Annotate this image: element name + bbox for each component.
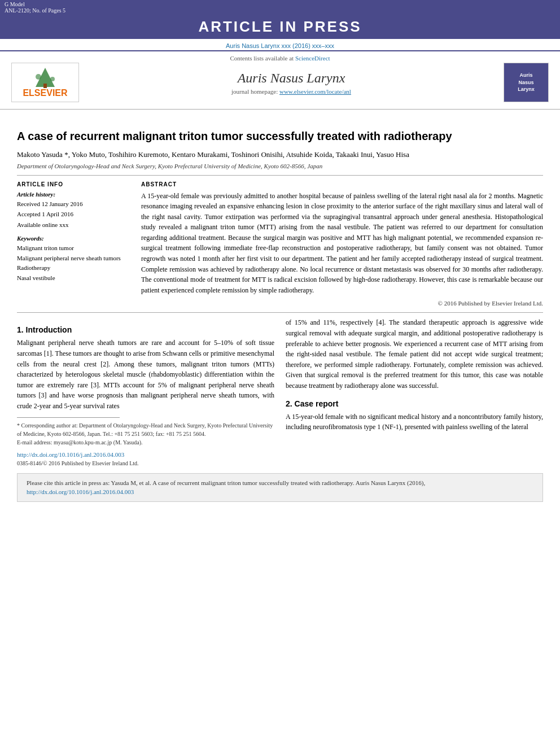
elsevier-wordmark: ELSEVIER xyxy=(23,88,67,98)
article-info-heading: ARTICLE INFO xyxy=(17,181,130,187)
copyright-notice: © 2016 Published by Elsevier Ireland Ltd… xyxy=(141,300,543,307)
body-section: 1. Introduction Malignant peripheral ner… xyxy=(17,317,543,467)
abstract-heading: ABSTRACT xyxy=(141,181,543,187)
doi-link-1[interactable]: http://dx.doi.org/10.1016/j.anl.2016.04.… xyxy=(17,451,274,458)
elsevier-tree-svg xyxy=(30,67,61,88)
svg-point-3 xyxy=(36,74,41,80)
abstract-col: ABSTRACT A 15-year-old female was previo… xyxy=(141,181,543,307)
journal-id-line: Auris Nasus Larynx xxx (2016) xxx–xxx xyxy=(0,39,560,50)
intro-title: 1. Introduction xyxy=(17,325,274,334)
keyword-2: Malignant peripheral nerve sheath tumors xyxy=(17,254,130,264)
homepage-label: journal homepage: www.elsevier.com/locat… xyxy=(79,88,504,95)
svg-point-4 xyxy=(50,77,55,81)
article-number: ANL-2120; No. of Pages 5 xyxy=(5,7,65,14)
contents-line: Contents lists available at ScienceDirec… xyxy=(11,55,549,62)
abstract-divider xyxy=(17,312,543,313)
footnote-corresponding: * Corresponding author at: Department of… xyxy=(17,421,274,438)
info-abstract-section: ARTICLE INFO Article history: Received 1… xyxy=(17,181,543,307)
case-report-text: A 15-year-old female with no significant… xyxy=(286,412,543,433)
journal-cover-thumbnail: Auris Nasus Larynx xyxy=(504,63,549,102)
affiliation: Department of Otolaryngology-Head and Ne… xyxy=(17,163,543,169)
article-in-press-banner: ARTICLE IN PRESS xyxy=(0,15,560,39)
footnote-email: E-mail address: myasu@koto.kpu-m.ac.jp (… xyxy=(17,438,274,447)
issn-line: 0385-8146/© 2016 Published by Elsevier I… xyxy=(17,459,274,468)
abstract-text: A 15-year-old female was previously admi… xyxy=(141,191,543,296)
svg-rect-2 xyxy=(43,84,47,88)
journal-header: Contents lists available at ScienceDirec… xyxy=(0,50,560,104)
intro-left-text: Malignant peripheral nerve sheath tumors… xyxy=(17,338,274,411)
body-right-col: of 15% and 11%, respectively [4]. The st… xyxy=(286,317,543,467)
body-left-col: 1. Introduction Malignant peripheral ner… xyxy=(17,317,274,467)
sciencedirect-link[interactable]: ScienceDirect xyxy=(295,55,330,62)
header-divider xyxy=(0,109,560,110)
citation-box: Please cite this article in press as: Ya… xyxy=(17,473,543,502)
citation-text: Please cite this article in press as: Ya… xyxy=(27,479,425,486)
received-date: Received 12 January 2016 xyxy=(17,199,130,209)
intro-right-text: of 15% and 11%, respectively [4]. The st… xyxy=(286,317,543,391)
homepage-link[interactable]: www.elsevier.com/locate/anl xyxy=(279,88,351,95)
citation-doi-link[interactable]: http://dx.doi.org/10.1016/j.anl.2016.04.… xyxy=(27,488,134,495)
article-title: A case of recurrent malignant triton tum… xyxy=(17,129,543,143)
journal-id-text: Auris Nasus Larynx xxx (2016) xxx–xxx xyxy=(226,42,334,49)
keywords-section: Keywords: Malignant triton tumor Maligna… xyxy=(17,235,130,283)
accepted-date: Accepted 1 April 2016 xyxy=(17,209,130,219)
title-divider xyxy=(17,175,543,176)
keywords-label: Keywords: xyxy=(17,235,130,242)
keyword-1: Malignant triton tumor xyxy=(17,243,130,254)
footnote-divider xyxy=(17,417,120,418)
article-info-col: ARTICLE INFO Article history: Received 1… xyxy=(17,181,130,307)
journal-header-inner: ELSEVIER Auris Nasus Larynx journal home… xyxy=(11,63,549,102)
authors: Makoto Yasuda *, Yoko Muto, Toshihiro Ku… xyxy=(17,149,543,160)
keyword-4: Nasal vestibule xyxy=(17,273,130,283)
history-label: Article history: xyxy=(17,191,130,198)
g-model-label: G Model xyxy=(5,1,25,7)
keyword-3: Radiotherapy xyxy=(17,263,130,273)
top-bar: G Model ANL-2120; No. of Pages 5 xyxy=(0,0,560,15)
doi-section: http://dx.doi.org/10.1016/j.anl.2016.04.… xyxy=(17,451,274,468)
elsevier-logo: ELSEVIER xyxy=(11,63,79,102)
available-online: Available online xxx xyxy=(17,220,130,230)
journal-title-section: Auris Nasus Larynx journal homepage: www… xyxy=(79,71,504,95)
journal-name: Auris Nasus Larynx xyxy=(79,71,504,86)
case-report-title: 2. Case report xyxy=(286,399,543,408)
main-content: A case of recurrent malignant triton tum… xyxy=(0,114,560,508)
